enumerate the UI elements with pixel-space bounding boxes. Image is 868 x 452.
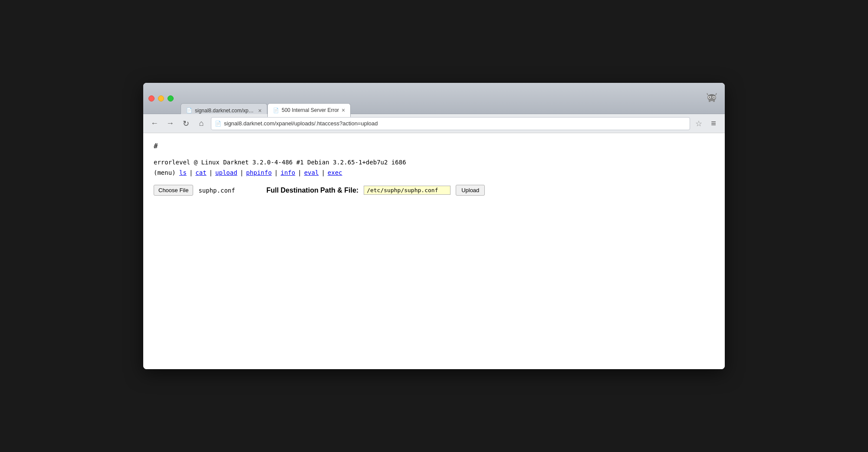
destination-path-input[interactable] (364, 186, 450, 195)
menu-prefix: (menu) (154, 169, 176, 176)
phpinfo-link[interactable]: phpinfo (246, 169, 272, 176)
tab-label-2: 500 Internal Server Error (282, 107, 339, 113)
maximize-button[interactable] (168, 95, 174, 102)
sep-2: | (209, 169, 213, 176)
page-content: # errorlevel @ Linux Darknet 3.2.0-4-486… (143, 133, 725, 369)
back-button[interactable]: ← (148, 118, 161, 130)
upload-form: Choose File suphp.conf Full Destination … (154, 185, 714, 196)
sep-5: | (298, 169, 301, 176)
address-bar[interactable] (224, 120, 686, 127)
spy-icon (704, 91, 720, 106)
upload-button[interactable]: Upload (456, 185, 485, 196)
forward-button[interactable]: → (164, 118, 176, 130)
errorlevel-line: errorlevel @ Linux Darknet 3.2.0-4-486 #… (154, 159, 714, 166)
address-page-icon: 📄 (215, 121, 221, 127)
svg-rect-6 (713, 99, 715, 102)
exec-link[interactable]: exec (328, 169, 342, 176)
svg-point-4 (713, 96, 715, 98)
svg-rect-5 (709, 99, 710, 102)
sep-4: | (274, 169, 278, 176)
ls-link[interactable]: ls (179, 169, 187, 176)
sep-3: | (240, 169, 243, 176)
tab-2[interactable]: 📄 500 Internal Server Error × (267, 103, 351, 117)
toolbar: ← → ↻ ⌂ 📄 ☆ ≡ (143, 114, 725, 133)
tab-page-icon-1: 📄 (186, 108, 192, 113)
tab-page-icon-2: 📄 (273, 108, 279, 113)
close-button[interactable] (148, 95, 155, 102)
menu-line: (menu) ls | cat | upload | phpinfo | inf… (154, 169, 714, 176)
title-bar: 📄 signal8.darknet.com/xpane × 📄 500 Inte… (143, 83, 725, 114)
upload-link[interactable]: upload (215, 169, 237, 176)
tab-label-1: signal8.darknet.com/xpane (195, 108, 256, 114)
svg-point-3 (709, 96, 710, 98)
sep-1: | (189, 169, 193, 176)
address-bar-container: 📄 (211, 117, 690, 130)
tabs-container: 📄 signal8.darknet.com/xpane × 📄 500 Inte… (181, 86, 700, 117)
eval-link[interactable]: eval (304, 169, 319, 176)
cat-link[interactable]: cat (195, 169, 206, 176)
bookmark-button[interactable]: ☆ (694, 118, 704, 129)
file-name-label: suphp.conf (198, 187, 235, 194)
minimize-button[interactable] (158, 95, 164, 102)
tab-close-2[interactable]: × (342, 107, 345, 113)
traffic-lights (148, 95, 174, 102)
choose-file-button[interactable]: Choose File (154, 185, 193, 196)
hash-line: # (154, 142, 714, 150)
reload-button[interactable]: ↻ (180, 118, 192, 130)
hamburger-menu-button[interactable]: ≡ (707, 118, 720, 130)
sep-6: | (321, 169, 325, 176)
browser-window: 📄 signal8.darknet.com/xpane × 📄 500 Inte… (143, 83, 725, 369)
tab-close-1[interactable]: × (258, 108, 262, 114)
home-button[interactable]: ⌂ (195, 118, 207, 130)
full-dest-path-label: Full Destination Path & File: (266, 187, 358, 194)
info-link[interactable]: info (281, 169, 296, 176)
